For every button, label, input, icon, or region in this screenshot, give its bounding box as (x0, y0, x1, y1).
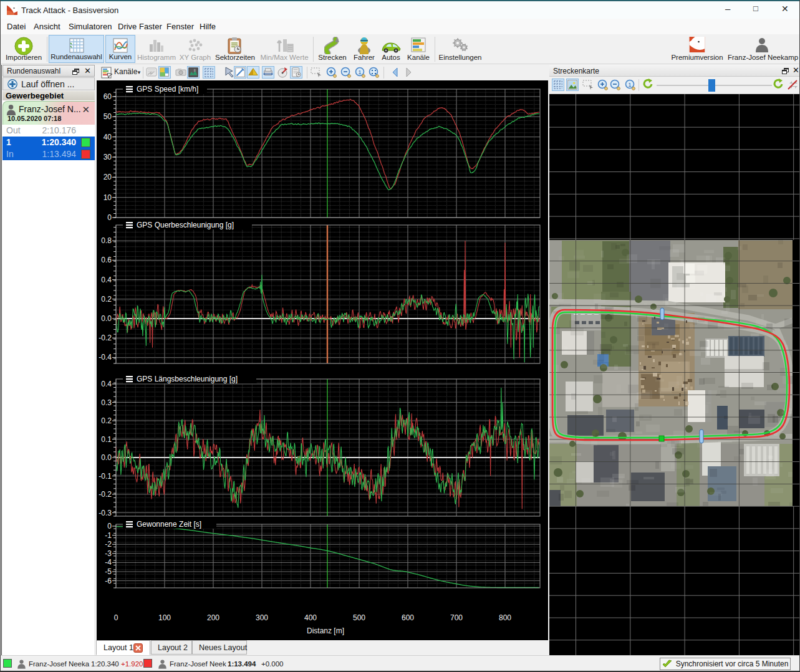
svg-text:-0.3: -0.3 (99, 509, 112, 517)
svg-text:0.6: 0.6 (101, 256, 112, 264)
svg-text:Distanz [m]: Distanz [m] (307, 626, 344, 635)
svg-text:GPS Längsbeschleunigung [g]: GPS Längsbeschleunigung [g] (137, 375, 238, 383)
svg-text:-0.2: -0.2 (99, 334, 112, 342)
svg-text:GPS Speed [km/h]: GPS Speed [km/h] (137, 85, 198, 94)
svg-text:0.1: 0.1 (101, 435, 112, 444)
svg-text:1: 1 (358, 69, 361, 75)
svg-text:-3: -3 (105, 549, 112, 558)
svg-text:50: 50 (104, 112, 112, 121)
svg-text:0.3: 0.3 (101, 398, 112, 407)
svg-text:-4: -4 (105, 558, 112, 567)
svg-text:400: 400 (304, 613, 317, 622)
svg-text:1: 1 (628, 82, 631, 88)
svg-text:300: 300 (256, 613, 268, 622)
svg-text:0.0: 0.0 (101, 453, 112, 462)
svg-text:0: 0 (114, 613, 118, 622)
svg-text:Gewonnene Zeit [s]: Gewonnene Zeit [s] (137, 520, 201, 529)
svg-text:-1: -1 (105, 531, 112, 540)
svg-text:0.0: 0.0 (101, 314, 112, 323)
svg-text:10: 10 (104, 193, 112, 202)
svg-text:500: 500 (353, 613, 365, 622)
svg-text:600: 600 (402, 613, 414, 622)
svg-text:0.2: 0.2 (101, 295, 112, 304)
svg-text:0.4: 0.4 (101, 380, 112, 388)
svg-text:800: 800 (499, 613, 511, 622)
svg-text:0.2: 0.2 (101, 416, 112, 425)
svg-text:30: 30 (104, 153, 112, 161)
svg-text:GPS Querbeschleunigung [g]: GPS Querbeschleunigung [g] (137, 221, 234, 229)
svg-text:-0.1: -0.1 (99, 472, 112, 481)
svg-text:0.8: 0.8 (101, 236, 112, 245)
svg-text:100: 100 (158, 613, 171, 622)
svg-text:-0.4: -0.4 (99, 353, 112, 362)
svg-text:-6: -6 (105, 577, 112, 585)
svg-text:-2: -2 (105, 540, 112, 549)
svg-text:40: 40 (104, 133, 112, 142)
svg-text:0: 0 (107, 522, 112, 530)
svg-text:200: 200 (207, 613, 219, 622)
svg-text:-0.2: -0.2 (99, 490, 112, 499)
svg-text:60: 60 (104, 92, 112, 101)
svg-text:0.4: 0.4 (101, 276, 112, 284)
svg-text:20: 20 (104, 173, 112, 181)
svg-text:700: 700 (450, 613, 463, 622)
svg-text:0: 0 (107, 213, 112, 222)
svg-text:-5: -5 (105, 567, 112, 576)
